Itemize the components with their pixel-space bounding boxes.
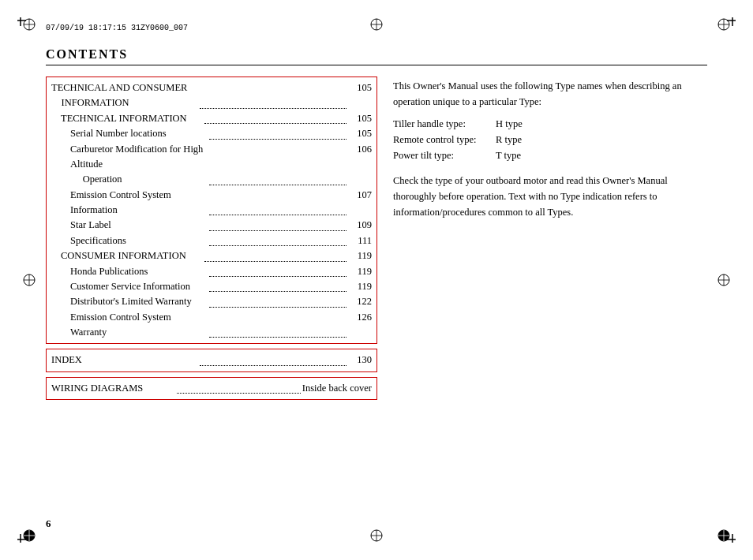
type-row-remote: Remote control type: R type <box>393 132 707 147</box>
toc-page: 119 <box>348 264 372 279</box>
toc-entry-carburetor: Carburetor Modification for High Altitud… <box>51 142 372 188</box>
toc-title: Emission Control System Information <box>51 188 208 218</box>
toc-dots <box>209 188 347 216</box>
toc-title: Honda Publications <box>51 264 208 279</box>
toc-dots <box>209 218 347 230</box>
toc-page: Inside back cover <box>302 381 372 396</box>
reg-mark-bottom-center <box>369 528 384 543</box>
reg-mark-bottom-left <box>22 528 36 543</box>
type-value: H type <box>496 116 523 132</box>
reg-mark-top-right <box>717 17 731 32</box>
toc-page: 122 <box>348 294 372 309</box>
toc-entry-serial-number: Serial Number locations 105 <box>51 126 372 141</box>
page-number: 6 <box>46 517 51 530</box>
toc-title: TECHNICAL AND CONSUMER INFORMATION <box>51 80 198 111</box>
toc-title: Star Label <box>51 218 208 233</box>
toc-page: 126 <box>348 310 372 341</box>
body-text: Check the type of your outboard motor an… <box>393 173 707 220</box>
toc-title: Customer Service Information <box>51 279 208 294</box>
toc-dots <box>204 111 347 124</box>
header-timestamp: 07/09/19 18:17:15 31ZY0600_007 <box>46 24 188 32</box>
toc-page: 119 <box>348 279 372 294</box>
toc-entry-wiring: WIRING DIAGRAMS Inside back cover <box>51 381 372 396</box>
type-row-power: Power tilt type: T type <box>393 147 707 163</box>
toc-page: 130 <box>348 353 372 368</box>
toc-title: CONSUMER INFORMATION <box>51 248 203 263</box>
two-column-layout: TECHNICAL AND CONSUMER INFORMATION 105 T… <box>46 77 707 405</box>
type-row-tiller: Tiller handle type: H type <box>393 116 707 132</box>
toc-entry-specifications: Specifications 111 <box>51 233 372 248</box>
toc-dots <box>209 233 347 246</box>
type-label: Tiller handle type: <box>393 116 496 132</box>
type-value: T type <box>496 147 521 163</box>
toc-title: TECHNICAL INFORMATION <box>51 111 203 126</box>
reg-mark-mid-right <box>717 273 731 287</box>
reg-mark-top-center <box>369 17 384 32</box>
toc-page: 106 <box>348 142 372 188</box>
toc-dots <box>209 142 347 185</box>
toc-title: Specifications <box>51 233 208 248</box>
contents-heading: CONTENTS <box>46 47 707 62</box>
toc-page: 105 <box>348 126 372 141</box>
toc-dots <box>209 264 347 277</box>
toc-title: Distributor's Limited Warranty <box>51 294 208 309</box>
toc-page: 109 <box>348 218 372 233</box>
toc-section-wiring: WIRING DIAGRAMS Inside back cover <box>46 377 377 400</box>
toc-entry-distributor-warranty: Distributor's Limited Warranty 122 <box>51 294 372 309</box>
reg-mark-mid-left <box>22 273 36 287</box>
toc-left-column: TECHNICAL AND CONSUMER INFORMATION 105 T… <box>46 77 377 405</box>
type-label: Remote control type: <box>393 132 496 147</box>
toc-dots <box>209 310 347 338</box>
type-label: Power tilt type: <box>393 147 496 163</box>
toc-title: Emission Control System Warranty <box>51 310 208 341</box>
toc-title: WIRING DIAGRAMS <box>51 381 175 396</box>
toc-entry-customer-service: Customer Service Information 119 <box>51 279 372 294</box>
contents-rule <box>46 65 707 65</box>
toc-dots <box>200 80 347 109</box>
type-value: R type <box>496 132 522 147</box>
toc-title: INDEX <box>51 353 198 368</box>
toc-entry-tech-consumer: TECHNICAL AND CONSUMER INFORMATION 105 <box>51 80 372 111</box>
toc-entry-star-label: Star Label 109 <box>51 218 372 233</box>
toc-entry-index: INDEX 130 <box>51 353 372 368</box>
toc-page: 119 <box>348 248 372 263</box>
toc-section-index: INDEX 130 <box>46 349 377 371</box>
intro-text: This Owner's Manual uses the following T… <box>393 78 707 110</box>
reg-mark-bottom-right <box>717 528 731 543</box>
toc-dots <box>209 279 347 292</box>
toc-entry-emission-warranty: Emission Control System Warranty 126 <box>51 310 372 341</box>
toc-title: Carburetor Modification for High Altitud… <box>51 142 208 188</box>
toc-dots <box>209 294 347 307</box>
toc-title: Serial Number locations <box>51 126 208 141</box>
toc-dots <box>177 381 301 394</box>
toc-page: 105 <box>348 80 372 111</box>
toc-dots <box>200 353 347 365</box>
toc-page: 111 <box>348 233 372 248</box>
toc-dots <box>204 248 347 261</box>
right-column: This Owner's Manual uses the following T… <box>393 77 707 405</box>
toc-dots <box>209 126 347 139</box>
toc-entry-emission-control: Emission Control System Information 107 <box>51 188 372 218</box>
toc-entry-honda-publications: Honda Publications 119 <box>51 264 372 279</box>
reg-mark-top-left <box>22 17 36 32</box>
content-area: CONTENTS TECHNICAL AND CONSUMER INFORMAT… <box>46 47 707 513</box>
toc-entry-technical-info: TECHNICAL INFORMATION 105 <box>51 111 372 126</box>
toc-section-tech-consumer: TECHNICAL AND CONSUMER INFORMATION 105 T… <box>46 77 377 344</box>
toc-page: 105 <box>348 111 372 126</box>
toc-entry-consumer-info: CONSUMER INFORMATION 119 <box>51 248 372 263</box>
toc-page: 107 <box>348 188 372 218</box>
type-table: Tiller handle type: H type Remote contro… <box>393 116 707 163</box>
